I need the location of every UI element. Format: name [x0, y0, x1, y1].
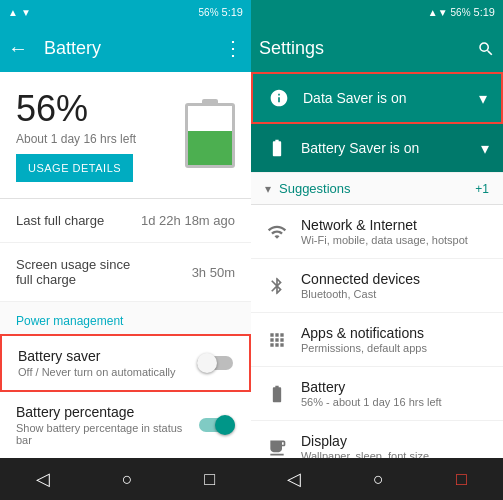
- network-internet-text: Network & Internet Wi-Fi, mobile, data u…: [301, 217, 489, 246]
- battery-saver-subtitle: Off / Never turn on automatically: [18, 366, 197, 378]
- display-text: Display Wallpaper, sleep, font size: [301, 433, 489, 458]
- suggestions-label: Suggestions: [279, 181, 351, 196]
- battery-settings-title: Battery: [301, 379, 489, 395]
- battery-saver-toggle[interactable]: [197, 353, 233, 373]
- display-icon: [265, 436, 289, 459]
- nav-recent-button[interactable]: □: [196, 461, 223, 498]
- nav-home-button[interactable]: ○: [114, 461, 141, 498]
- battery-info: 56% About 1 day 16 hrs left USAGE DETAIL…: [16, 88, 136, 182]
- battery-header: 56% About 1 day 16 hrs left USAGE DETAIL…: [0, 72, 251, 199]
- battery-percent: 56%: [16, 88, 136, 130]
- right-battery-text: 56%: [451, 7, 471, 18]
- settings-list: Data Saver is on ▾ Battery Saver is on ▾…: [251, 72, 503, 458]
- display-title: Display: [301, 433, 489, 449]
- battery-settings-subtitle: 56% - about 1 day 16 hrs left: [301, 396, 489, 408]
- battery-time-left: About 1 day 16 hrs left: [16, 132, 136, 146]
- wifi-settings-icon: [265, 220, 289, 244]
- right-nav-back-button[interactable]: ◁: [279, 460, 309, 498]
- right-status-time: 5:19: [474, 6, 495, 18]
- right-status-bar: ▲▼ 56% 5:19: [251, 0, 503, 24]
- suggestions-count: +1: [475, 182, 489, 196]
- battery-saver-settings-icon: [265, 136, 289, 160]
- right-toolbar-title: Settings: [259, 38, 469, 59]
- battery-percentage-info: Battery percentage Show battery percenta…: [16, 404, 199, 446]
- toggle-thumb: [197, 353, 217, 373]
- signal-icon: ▲: [8, 7, 18, 18]
- battery-settings-item[interactable]: Battery 56% - about 1 day 16 hrs left: [251, 367, 503, 421]
- battery-percentage-toggle[interactable]: [199, 415, 235, 435]
- apps-notifications-title: Apps & notifications: [301, 325, 489, 341]
- screen-usage-label: Screen usage since full charge: [16, 257, 146, 287]
- network-internet-title: Network & Internet: [301, 217, 489, 233]
- battery-saver-settings-text: Battery Saver is on: [301, 140, 469, 156]
- data-saver-chevron-icon: ▾: [479, 89, 487, 108]
- right-nav-recent-button[interactable]: □: [448, 461, 475, 498]
- battery-level-text: 56%: [199, 7, 219, 18]
- battery-saver-settings-item[interactable]: Battery Saver is on ▾: [251, 124, 503, 173]
- suggestions-row: ▾ Suggestions +1: [251, 173, 503, 205]
- right-nav-home-button[interactable]: ○: [365, 461, 392, 498]
- screen-usage-value: 3h 50m: [192, 265, 235, 280]
- bluetooth-icon: [265, 274, 289, 298]
- battery-saver-info: Battery saver Off / Never turn on automa…: [18, 348, 197, 378]
- chevron-down-icon: ▾: [265, 182, 271, 196]
- left-panel: ▲ ▼ 56% 5:19 ← Battery ⋮ 56% About 1 day…: [0, 0, 251, 500]
- last-full-charge-value: 1d 22h 18m ago: [141, 213, 235, 228]
- connected-devices-subtitle: Bluetooth, Cast: [301, 288, 489, 300]
- apps-icon: [265, 328, 289, 352]
- battery-saver-chevron-icon: ▾: [481, 139, 489, 158]
- battery-visual-icon: [185, 103, 235, 168]
- battery-saver-row[interactable]: Battery saver Off / Never turn on automa…: [0, 334, 251, 392]
- battery-saver-settings-title: Battery Saver is on: [301, 140, 469, 156]
- left-status-bar: ▲ ▼ 56% 5:19: [0, 0, 251, 24]
- battery-icon-container: [185, 103, 235, 168]
- last-full-charge-row: Last full charge 1d 22h 18m ago: [0, 199, 251, 243]
- power-management-header: Power management: [0, 302, 251, 334]
- network-internet-item[interactable]: Network & Internet Wi-Fi, mobile, data u…: [251, 205, 503, 259]
- status-time: 5:19: [222, 6, 243, 18]
- data-saver-icon: [267, 86, 291, 110]
- more-options-button[interactable]: ⋮: [223, 36, 243, 60]
- last-full-charge-label: Last full charge: [16, 213, 104, 228]
- right-toolbar: Settings: [251, 24, 503, 72]
- connected-devices-item[interactable]: Connected devices Bluetooth, Cast: [251, 259, 503, 313]
- battery-saver-title: Battery saver: [18, 348, 197, 364]
- network-internet-subtitle: Wi-Fi, mobile, data usage, hotspot: [301, 234, 489, 246]
- left-status-bar-left: ▲ ▼: [8, 7, 196, 18]
- data-saver-text: Data Saver is on: [303, 90, 467, 106]
- battery-fill: [188, 131, 232, 164]
- apps-notifications-text: Apps & notifications Permissions, defaul…: [301, 325, 489, 354]
- connected-devices-text: Connected devices Bluetooth, Cast: [301, 271, 489, 300]
- display-subtitle: Wallpaper, sleep, font size: [301, 450, 489, 458]
- search-icon[interactable]: [477, 38, 495, 59]
- usage-details-button[interactable]: USAGE DETAILS: [16, 154, 133, 182]
- battery-settings-text: Battery 56% - about 1 day 16 hrs left: [301, 379, 489, 408]
- apps-notifications-subtitle: Permissions, default apps: [301, 342, 489, 354]
- apps-notifications-item[interactable]: Apps & notifications Permissions, defaul…: [251, 313, 503, 367]
- battery-settings-icon: [265, 382, 289, 406]
- connected-devices-title: Connected devices: [301, 271, 489, 287]
- right-panel: ▲▼ 56% 5:19 Settings Data Saver is on ▾: [251, 0, 503, 500]
- battery-percentage-row[interactable]: Battery percentage Show battery percenta…: [0, 392, 251, 458]
- suggestions-left: ▾ Suggestions: [265, 181, 351, 196]
- screen-usage-row: Screen usage since full charge 3h 50m: [0, 243, 251, 302]
- nav-back-button[interactable]: ◁: [28, 460, 58, 498]
- back-button[interactable]: ←: [8, 37, 28, 60]
- battery-content: 56% About 1 day 16 hrs left USAGE DETAIL…: [0, 72, 251, 458]
- left-status-bar-right: 56% 5:19: [199, 6, 243, 18]
- right-nav-bar: ◁ ○ □: [251, 458, 503, 500]
- data-saver-item[interactable]: Data Saver is on ▾: [251, 72, 503, 124]
- left-toolbar: ← Battery ⋮: [0, 24, 251, 72]
- right-signal-icon: ▲▼: [428, 7, 448, 18]
- battery-percentage-title: Battery percentage: [16, 404, 199, 420]
- battery-percentage-subtitle: Show battery percentage in status bar: [16, 422, 199, 446]
- wifi-icon: ▼: [21, 7, 31, 18]
- left-nav-bar: ◁ ○ □: [0, 458, 251, 500]
- data-saver-title: Data Saver is on: [303, 90, 467, 106]
- toggle-thumb-on: [215, 415, 235, 435]
- display-item[interactable]: Display Wallpaper, sleep, font size: [251, 421, 503, 458]
- toolbar-title: Battery: [44, 38, 207, 59]
